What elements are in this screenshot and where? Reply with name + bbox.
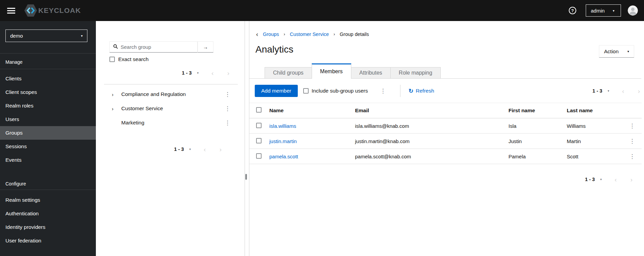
caret-down-icon: ▾ bbox=[627, 50, 629, 53]
member-email: pamela.scott@knab.com bbox=[351, 149, 504, 164]
row-checkbox[interactable] bbox=[256, 123, 262, 128]
hamburger-icon bbox=[7, 13, 15, 14]
action-dropdown-button[interactable]: Action ▾ bbox=[599, 45, 634, 58]
member-last-name: Williams bbox=[562, 118, 623, 134]
sidebar-item-users[interactable]: Users bbox=[0, 113, 96, 126]
group-link[interactable]: Customer Service bbox=[121, 105, 223, 112]
sidebar-item-realm-settings[interactable]: Realm settings bbox=[0, 193, 96, 207]
members-toolbar: Add member Include sub-group users ⋮ ↻ R… bbox=[255, 83, 641, 99]
sidebar-nav: demo ▾ Manage Clients Client scopes Real… bbox=[0, 21, 96, 256]
chevron-right-icon[interactable]: › bbox=[112, 92, 121, 97]
member-name-link[interactable]: justin.martin bbox=[269, 138, 297, 144]
sidebar-item-client-scopes[interactable]: Client scopes bbox=[0, 85, 96, 99]
member-last-name: Scott bbox=[562, 149, 623, 164]
members-table: Name Email First name Last name isla.wil… bbox=[249, 103, 642, 164]
exact-search-label: Exact search bbox=[118, 56, 149, 62]
group-search-input[interactable] bbox=[121, 44, 197, 50]
chevron-right-icon: › bbox=[630, 176, 632, 183]
group-link[interactable]: Compliance and Regulation bbox=[121, 91, 223, 97]
manage-nav-list: Clients Client scopes Realm roles Users … bbox=[0, 72, 96, 167]
exact-search-checkbox[interactable] bbox=[109, 57, 115, 62]
sidebar-item-identity-providers[interactable]: Identity providers bbox=[0, 220, 96, 234]
row-checkbox[interactable] bbox=[256, 138, 262, 143]
chevron-right-icon[interactable]: › bbox=[112, 106, 121, 112]
kebab-menu-icon[interactable]: ⋮ bbox=[628, 123, 637, 129]
next-page-button[interactable]: › bbox=[227, 70, 229, 76]
prev-page-button[interactable]: ‹ bbox=[204, 146, 206, 153]
column-header-name[interactable]: Name bbox=[265, 103, 351, 118]
group-tabs: Child groups Members Attributes Role map… bbox=[249, 63, 641, 79]
tab-members[interactable]: Members bbox=[312, 63, 351, 79]
caret-down-icon[interactable]: ▾ bbox=[600, 178, 602, 181]
groups-tree-panel: → Exact search 1 - 3 ▾ ‹ › › Compliance … bbox=[96, 21, 245, 256]
column-header-email[interactable]: Email bbox=[351, 103, 504, 118]
group-tree: › Compliance and Regulation ⋮ › Customer… bbox=[96, 87, 245, 130]
user-menu-dropdown[interactable]: admin ▾ bbox=[586, 4, 621, 17]
caret-down-icon[interactable]: ▾ bbox=[608, 89, 609, 93]
caret-down-icon[interactable]: ▾ bbox=[189, 147, 191, 151]
tree-row-marketing: Marketing ⋮ bbox=[96, 116, 245, 130]
sidebar-item-clients[interactable]: Clients bbox=[0, 72, 96, 85]
chevron-right-icon: › bbox=[220, 146, 222, 153]
nav-toggle-button[interactable] bbox=[7, 8, 15, 14]
sidebar-item-authentication[interactable]: Authentication bbox=[0, 207, 96, 220]
group-link[interactable]: Marketing bbox=[121, 120, 223, 126]
tab-role-mapping[interactable]: Role mapping bbox=[390, 67, 441, 78]
search-submit-button[interactable]: → bbox=[198, 41, 213, 53]
include-subgroups-checkbox[interactable] bbox=[303, 88, 309, 94]
member-name-link[interactable]: isla.williams bbox=[269, 123, 296, 129]
chevron-left-icon: ‹ bbox=[211, 70, 213, 77]
back-chevron-icon[interactable]: ‹ bbox=[256, 31, 258, 37]
next-page-button[interactable]: › bbox=[638, 88, 640, 94]
column-header-last-name[interactable]: Last name bbox=[562, 103, 623, 118]
sidebar-item-user-federation[interactable]: User federation bbox=[0, 234, 96, 248]
table-row: justin.martin justin.martin@knab.com Jus… bbox=[249, 134, 642, 149]
column-header-first-name[interactable]: First name bbox=[504, 103, 562, 118]
breadcrumb-current: Group details bbox=[340, 32, 369, 37]
chevron-left-icon: ‹ bbox=[622, 87, 624, 95]
panel-resize-handle[interactable] bbox=[245, 174, 247, 180]
kebab-menu-icon[interactable]: ⋮ bbox=[223, 119, 232, 126]
include-subgroups-label: Include sub-group users bbox=[312, 88, 368, 94]
sidebar-item-events[interactable]: Events bbox=[0, 153, 96, 167]
group-search-row: → bbox=[109, 41, 213, 53]
chevron-right-icon: › bbox=[227, 70, 229, 77]
section-label-configure: Configure bbox=[0, 179, 96, 188]
arrow-right-icon: → bbox=[203, 44, 208, 50]
kebab-menu-icon[interactable]: ⋮ bbox=[628, 153, 637, 160]
group-search-box bbox=[109, 41, 198, 53]
member-name-link[interactable]: pamela.scott bbox=[269, 154, 298, 159]
breadcrumb-link-groups[interactable]: Groups bbox=[263, 32, 279, 37]
realm-selector[interactable]: demo ▾ bbox=[5, 29, 87, 42]
tab-attributes[interactable]: Attributes bbox=[351, 67, 391, 78]
caret-down-icon[interactable]: ▾ bbox=[197, 71, 199, 75]
row-checkbox[interactable] bbox=[256, 153, 262, 159]
next-page-button[interactable]: › bbox=[630, 176, 632, 183]
kebab-menu-icon[interactable]: ⋮ bbox=[628, 138, 637, 144]
sidebar-item-realm-roles[interactable]: Realm roles bbox=[0, 99, 96, 113]
sidebar-item-groups[interactable]: Groups bbox=[0, 126, 96, 140]
page-title: Analytics bbox=[255, 44, 293, 55]
kebab-menu-icon[interactable]: ⋮ bbox=[223, 91, 232, 98]
search-icon bbox=[113, 44, 118, 50]
tree-row-compliance: › Compliance and Regulation ⋮ bbox=[96, 87, 245, 101]
add-member-button[interactable]: Add member bbox=[255, 85, 298, 97]
breadcrumb-link-customer-service[interactable]: Customer Service bbox=[290, 32, 329, 37]
tab-child-groups[interactable]: Child groups bbox=[265, 67, 312, 78]
prev-page-button[interactable]: ‹ bbox=[615, 176, 617, 183]
breadcrumb: ‹ Groups › Customer Service › Group deta… bbox=[256, 31, 369, 37]
breadcrumb-separator-icon: › bbox=[334, 32, 335, 37]
kebab-menu-icon[interactable]: ⋮ bbox=[379, 87, 387, 95]
select-all-checkbox[interactable] bbox=[256, 107, 262, 113]
help-icon[interactable]: ? bbox=[569, 7, 576, 14]
refresh-label: Refresh bbox=[416, 88, 434, 94]
kebab-menu-icon[interactable]: ⋮ bbox=[223, 105, 232, 112]
member-email: justin.martin@knab.com bbox=[351, 134, 504, 149]
pagination-range: 1 - 3 bbox=[593, 88, 602, 94]
refresh-button[interactable]: ↻ Refresh bbox=[409, 88, 434, 94]
prev-page-button[interactable]: ‹ bbox=[622, 88, 624, 94]
next-page-button[interactable]: › bbox=[220, 146, 222, 153]
sidebar-item-sessions[interactable]: Sessions bbox=[0, 140, 96, 153]
prev-page-button[interactable]: ‹ bbox=[211, 70, 213, 76]
avatar[interactable] bbox=[628, 5, 638, 16]
